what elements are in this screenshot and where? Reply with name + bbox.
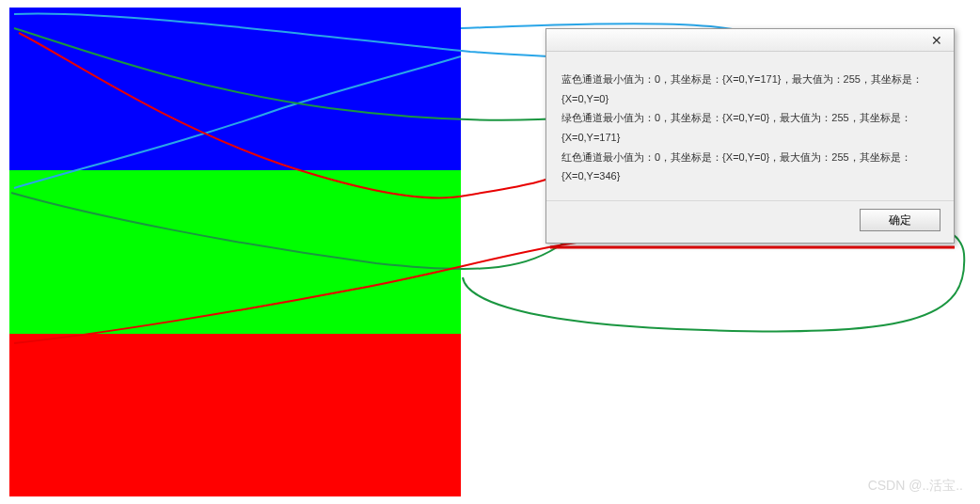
msg-green-1: 绿色通道最小值为：0，其坐标是：{X=0,Y=0}，最大值为：255，其坐标是： (561, 109, 939, 127)
stripe-blue (9, 8, 461, 170)
watermark-text: CSDN @..活宝.. (868, 478, 963, 495)
msg-red-2: {X=0,Y=346} (561, 167, 939, 185)
stripe-green (9, 170, 461, 333)
msg-red-1: 红色通道最小值为：0，其坐标是：{X=0,Y=0}，最大值为：255，其坐标是： (561, 149, 939, 166)
stripe-red (9, 334, 461, 496)
ok-button[interactable]: 确定 (860, 209, 940, 231)
msg-green-2: {X=0,Y=171} (561, 129, 939, 147)
dialog-titlebar: ✕ (546, 29, 954, 52)
message-dialog: ✕ 蓝色通道最小值为：0，其坐标是：{X=0,Y=171}，最大值为：255，其… (545, 28, 955, 244)
color-stripes (9, 8, 461, 496)
msg-blue-1: 蓝色通道最小值为：0，其坐标是：{X=0,Y=171}，最大值为：255，其坐标… (561, 71, 939, 88)
dialog-body: 蓝色通道最小值为：0，其坐标是：{X=0,Y=171}，最大值为：255，其坐标… (546, 52, 954, 200)
msg-blue-2: {X=0,Y=0} (561, 90, 939, 108)
close-icon: ✕ (931, 33, 942, 48)
dialog-footer: 确定 (546, 200, 954, 243)
close-button[interactable]: ✕ (924, 32, 950, 49)
